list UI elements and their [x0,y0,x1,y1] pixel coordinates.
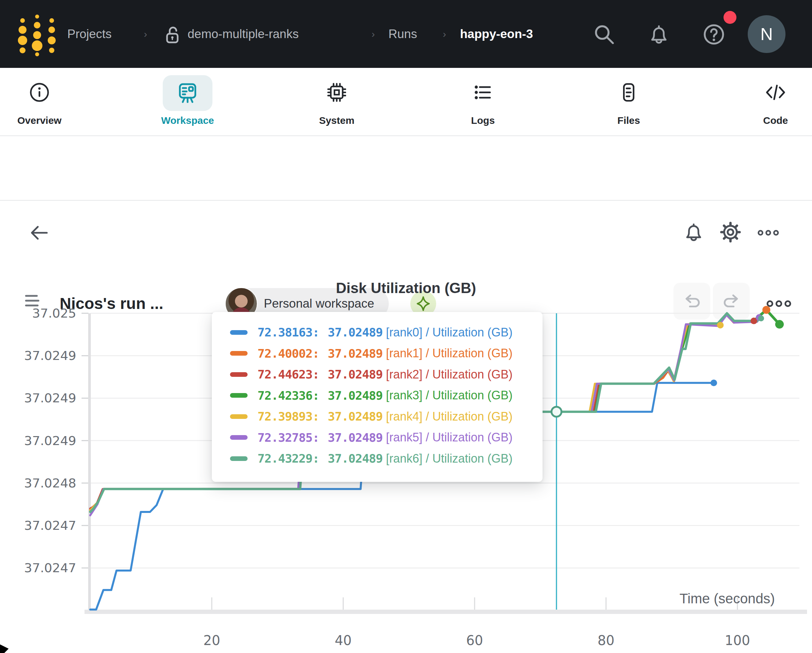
crosshair-marker [551,406,562,417]
tooltip-series-label: [rank5] / Utilization (GB) [386,431,512,444]
x-axis-label: 60 [466,633,483,648]
tooltip-series-label: [rank4] / Utilization (GB) [386,409,512,423]
endpoint-rank0 [711,379,717,386]
tooltip-series-label: [rank6] / Utilization (GB) [386,452,512,466]
y-axis-label: 37.025 [32,306,76,321]
tooltip-row: 72.32785:37.02489[rank5] / Utilization (… [230,427,543,448]
tooltip-rows: 72.38163:37.02489[rank0] / Utilization (… [230,322,543,469]
y-axis-label: 37.0249 [24,349,76,363]
tooltip-row: 72.44623:37.02489[rank2] / Utilization (… [230,364,543,385]
tooltip-x-value: 72.39893: [258,409,319,423]
tooltip-y-value: 37.02489 [328,452,383,465]
tooltip-x-value: 72.42336: [258,389,319,402]
y-axis-label: 37.0248 [24,476,76,490]
endpoint-rank4 [717,322,723,329]
tooltip-row: 72.40002:37.02489[rank1] / Utilization (… [230,343,543,364]
x-axis-label: 20 [203,633,220,648]
legend-swatch [230,351,247,356]
tooltip-y-value: 37.02489 [328,431,383,444]
tooltip-series-label: [rank1] / Utilization (GB) [386,346,512,360]
tooltip-x-value: 72.43229: [258,452,319,465]
legend-swatch [230,414,247,419]
tooltip-y-value: 37.02489 [328,389,383,402]
mouse-cursor [0,644,9,653]
tooltip-y-value: 37.02489 [328,326,383,339]
y-axis-label: 37.0249 [24,434,76,448]
endpoint-rank6 [758,315,764,321]
tooltip-y-value: 37.02489 [328,368,383,381]
legend-swatch [230,372,247,377]
legend-swatch [230,435,247,440]
x-axis-label: 100 [725,633,750,648]
y-axis-label: 37.0247 [24,518,76,533]
y-axis-label: 37.0249 [24,391,76,405]
tooltip-series-label: [rank0] / Utilization (GB) [386,326,512,339]
tooltip-row: 72.43229:37.02489[rank6] / Utilization (… [230,448,543,469]
legend-swatch [230,456,247,461]
legend-swatch [230,330,247,335]
endpoint-rank1 [762,306,770,314]
tooltip-row: 72.39893:37.02489[rank4] / Utilization (… [230,406,543,427]
chart-tooltip: 72.38163:37.02489[rank0] / Utilization (… [212,312,543,482]
tooltip-row: 72.38163:37.02489[rank0] / Utilization (… [230,322,543,343]
x-axis-label: 80 [598,633,615,648]
y-axis-label: 37.0247 [24,561,76,575]
tooltip-y-value: 37.02489 [328,409,383,423]
x-axis-title: Time (seconds) [679,591,775,606]
tooltip-x-value: 72.38163: [258,326,319,339]
tooltip-series-label: [rank2] / Utilization (GB) [386,368,512,382]
legend-swatch [230,393,247,398]
tooltip-x-value: 72.32785: [258,431,319,444]
x-axis-label: 40 [335,633,352,648]
tooltip-series-label: [rank3] / Utilization (GB) [386,388,512,402]
tooltip-x-value: 72.40002: [258,347,319,360]
endpoint-rank3 [775,320,784,329]
tooltip-x-value: 72.44623: [258,368,319,381]
tooltip-row: 72.42336:37.02489[rank3] / Utilization (… [230,385,543,406]
tooltip-y-value: 37.02489 [328,347,383,360]
